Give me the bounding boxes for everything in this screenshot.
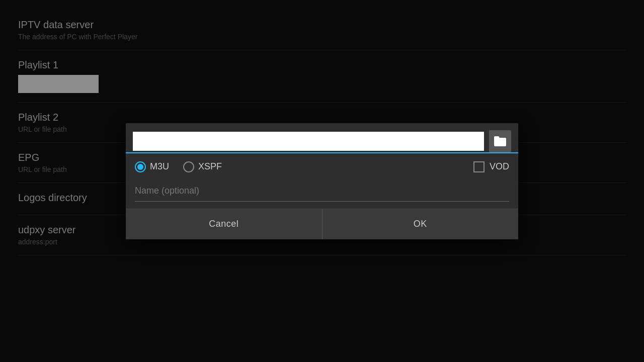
m3u-option[interactable]: M3U	[135, 161, 169, 172]
dialog-name-input[interactable]	[135, 180, 509, 202]
dialog-name-row	[126, 180, 518, 209]
xspf-option[interactable]: XSPF	[183, 161, 222, 172]
folder-icon	[493, 136, 507, 147]
dialog-overlay: M3U XSPF VOD Cancel OK	[0, 0, 644, 362]
xspf-radio-circle	[183, 161, 194, 172]
dialog-options-row: M3U XSPF VOD	[126, 153, 518, 180]
xspf-label: XSPF	[198, 161, 222, 172]
vod-option[interactable]: VOD	[473, 161, 509, 172]
vod-checkbox[interactable]	[473, 161, 485, 172]
playlist-dialog: M3U XSPF VOD Cancel OK	[126, 123, 518, 239]
m3u-label: M3U	[150, 161, 169, 172]
cancel-button[interactable]: Cancel	[126, 209, 323, 239]
dialog-url-input[interactable]	[133, 132, 484, 151]
dialog-folder-button[interactable]	[489, 130, 511, 152]
vod-label: VOD	[490, 161, 509, 172]
m3u-radio-inner	[137, 164, 143, 170]
dialog-buttons: Cancel OK	[126, 209, 518, 239]
m3u-radio-circle	[135, 161, 146, 172]
dialog-url-row	[126, 123, 518, 153]
ok-button[interactable]: OK	[323, 209, 519, 239]
